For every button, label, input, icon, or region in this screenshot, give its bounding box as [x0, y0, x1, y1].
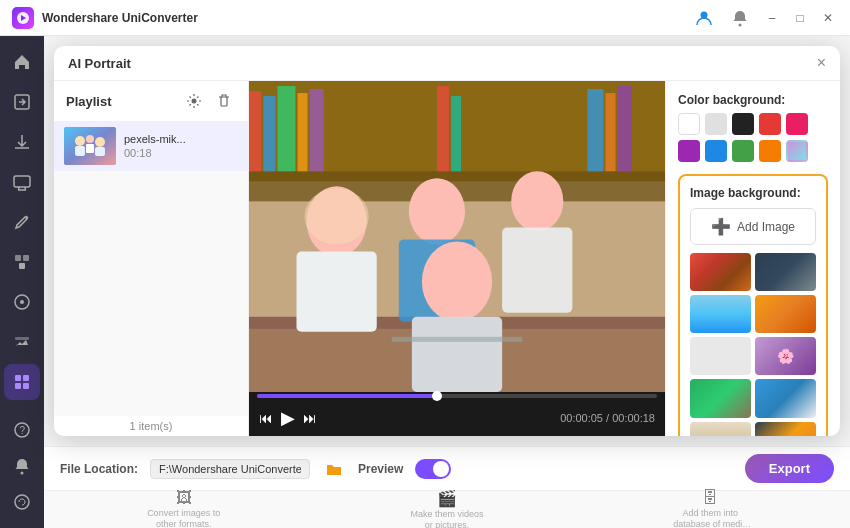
sidebar-item-bell[interactable]	[4, 448, 40, 484]
app-title: Wondershare UniConverter	[42, 11, 198, 25]
color-swatch-lightgray[interactable]	[705, 113, 727, 135]
sidebar-item-home[interactable]	[4, 44, 40, 80]
bg-thumb-4[interactable]	[755, 295, 816, 333]
sidebar-item-help[interactable]: ?	[4, 412, 40, 448]
svg-point-18	[21, 472, 24, 475]
footer-convert-icon: 🖼	[176, 489, 192, 507]
title-bar-left: Wondershare UniConverter	[12, 7, 198, 29]
playlist-item-info: pexels-mik... 00:18	[124, 133, 238, 159]
color-swatch-purple[interactable]	[678, 140, 700, 162]
svg-rect-40	[605, 93, 615, 171]
bg-thumb-9[interactable]	[690, 422, 751, 437]
svg-rect-26	[86, 144, 94, 153]
svg-rect-35	[297, 93, 307, 171]
sidebar-item-merge[interactable]	[4, 244, 40, 280]
svg-rect-33	[263, 96, 275, 171]
color-grid	[678, 113, 828, 162]
sidebar-item-convert[interactable]	[4, 84, 40, 120]
bg-thumb-10[interactable]	[755, 422, 816, 437]
bg-thumb-5[interactable]	[690, 337, 751, 375]
title-bar-right: – □ ✕	[690, 4, 838, 32]
bg-thumb-6[interactable]: 🌸	[755, 337, 816, 375]
right-panel: Color background:	[665, 81, 840, 436]
playlist-panel: Playlist	[54, 81, 249, 436]
sidebar-bottom: ?	[4, 412, 40, 520]
color-swatch-gradient[interactable]	[786, 140, 808, 162]
color-swatch-white[interactable]	[678, 113, 700, 135]
svg-point-49	[511, 171, 563, 231]
sidebar-item-dvd[interactable]	[4, 284, 40, 320]
svg-point-47	[409, 178, 465, 244]
sidebar: ?	[0, 36, 44, 528]
svg-point-23	[75, 136, 85, 146]
progress-fill	[257, 394, 437, 398]
sidebar-item-toolbox[interactable]	[4, 324, 40, 360]
preview-label: Preview	[358, 462, 403, 476]
svg-rect-41	[618, 86, 632, 171]
sidebar-item-edit[interactable]	[4, 204, 40, 240]
toggle-dot	[433, 461, 449, 477]
sidebar-item-grid[interactable]	[4, 364, 40, 400]
svg-point-51	[422, 242, 492, 322]
svg-point-10	[20, 300, 24, 304]
footer-database-icon: 🗄	[702, 489, 718, 507]
color-swatch-red[interactable]	[759, 113, 781, 135]
maximize-button[interactable]: □	[790, 8, 810, 28]
svg-rect-50	[502, 227, 572, 312]
user-icon[interactable]	[690, 4, 718, 32]
color-swatch-blue[interactable]	[705, 140, 727, 162]
bg-thumb-8[interactable]	[755, 379, 816, 417]
svg-rect-15	[23, 383, 29, 389]
export-button[interactable]: Export	[745, 454, 834, 483]
prev-frame-button[interactable]: ⏮	[259, 410, 273, 426]
notification-icon[interactable]	[726, 4, 754, 32]
footer-item-media[interactable]: 🎬 Make them videos or pictures.	[315, 489, 578, 528]
next-frame-button[interactable]: ⏭	[303, 410, 317, 426]
folder-button[interactable]	[322, 457, 346, 481]
color-swatch-black[interactable]	[732, 113, 754, 135]
bg-thumb-1[interactable]	[690, 253, 751, 291]
preview-toggle[interactable]	[415, 459, 451, 479]
minimize-button[interactable]: –	[762, 8, 782, 28]
footer-database-label: Add them into database of media files.	[670, 508, 750, 528]
svg-rect-45	[296, 252, 376, 332]
sidebar-item-download[interactable]	[4, 124, 40, 160]
sidebar-item-feedback[interactable]	[4, 484, 40, 520]
playlist-title: Playlist	[66, 94, 112, 109]
playlist-item[interactable]: pexels-mik... 00:18	[54, 121, 248, 171]
color-swatch-green[interactable]	[732, 140, 754, 162]
svg-rect-39	[587, 89, 603, 171]
sidebar-item-screen[interactable]	[4, 164, 40, 200]
color-swatch-orange[interactable]	[759, 140, 781, 162]
svg-point-46	[305, 188, 369, 244]
content-area: AI Portrait × Playlist	[44, 36, 850, 528]
bg-thumb-3[interactable]	[690, 295, 751, 333]
svg-rect-12	[15, 375, 21, 381]
footer-item-database[interactable]: 🗄 Add them into database of media files.	[579, 489, 842, 528]
items-count: 1 item(s)	[54, 416, 248, 436]
title-bar: Wondershare UniConverter – □ ✕	[0, 0, 850, 36]
dialog-close-button[interactable]: ×	[817, 54, 826, 72]
add-image-label: Add Image	[737, 220, 795, 234]
svg-rect-52	[412, 317, 502, 392]
playlist-settings-button[interactable]	[182, 89, 206, 113]
progress-bar[interactable]	[257, 394, 657, 398]
footer-item-convert[interactable]: 🖼 Convert images to other formats.	[52, 489, 315, 528]
svg-point-3	[739, 23, 742, 26]
close-button[interactable]: ✕	[818, 8, 838, 28]
color-swatch-pink[interactable]	[786, 113, 808, 135]
image-bg-label: Image background:	[690, 186, 816, 200]
file-path-input[interactable]	[150, 459, 310, 479]
app-logo	[12, 7, 34, 29]
playlist-item-name: pexels-mik...	[124, 133, 238, 145]
bg-thumb-7[interactable]	[690, 379, 751, 417]
add-image-button[interactable]: ➕ Add Image	[690, 208, 816, 245]
play-button[interactable]: ▶	[281, 407, 295, 429]
bottom-bar: File Location: Preview Export	[44, 446, 850, 490]
playlist-delete-button[interactable]	[212, 89, 236, 113]
svg-rect-5	[14, 176, 30, 187]
svg-rect-24	[75, 146, 85, 156]
time-display: 00:00:05 / 00:00:18	[560, 412, 655, 424]
svg-rect-34	[277, 86, 295, 171]
bg-thumb-2[interactable]	[755, 253, 816, 291]
